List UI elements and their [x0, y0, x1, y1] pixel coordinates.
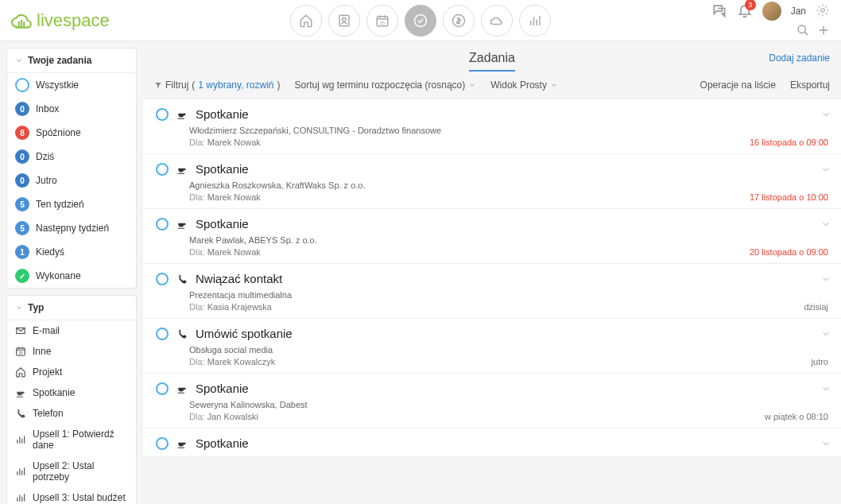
task-complete-checkbox[interactable] [156, 437, 169, 450]
cal-icon [15, 346, 26, 357]
export-button[interactable]: Eksportuj [790, 79, 830, 91]
main: Zadania Dodaj zadanie Filtruj (1 wybrany… [143, 41, 841, 504]
plus-icon [817, 24, 830, 37]
topbar-right: 3 Jan [711, 2, 830, 39]
add-task-link[interactable]: Dodaj zadanie [769, 52, 830, 64]
filter-icon [154, 81, 162, 89]
settings-button[interactable] [816, 3, 830, 20]
chevron-down-icon [820, 383, 831, 394]
sidebar-type-header[interactable]: Typ [7, 296, 136, 320]
sidebar-type-item[interactable]: Upsell 2: Ustal potrzeby [7, 456, 136, 487]
phone-icon [176, 328, 188, 339]
task-complete-checkbox[interactable] [156, 108, 169, 121]
sidebar-type-label: Projekt [33, 366, 62, 378]
nav-home[interactable] [290, 5, 322, 37]
sidebar-type-item[interactable]: Spotkanie [7, 382, 136, 403]
task-expand[interactable] [820, 109, 831, 122]
sidebar-item[interactable]: 0Jutro [7, 169, 136, 192]
chat-button[interactable] [711, 2, 727, 21]
task-expand[interactable] [820, 273, 831, 287]
sidebar-item[interactable]: 8Spóźnione [7, 121, 136, 145]
view-dropdown[interactable]: Widok Prosty [490, 79, 558, 91]
task-expand[interactable] [820, 164, 831, 177]
sort-dropdown[interactable]: Sortuj wg terminu rozpoczęcia (rosnąco) [295, 79, 477, 91]
sidebar-type-title: Typ [28, 302, 44, 313]
task-row[interactable]: SpotkanieAgnieszka Roszkowska, KraftWaks… [143, 153, 841, 208]
phone-icon [176, 273, 188, 285]
task-row[interactable]: Umówić spotkanieObsługa social mediaDla:… [143, 318, 841, 373]
search-button[interactable] [796, 24, 809, 39]
task-expand[interactable] [820, 219, 831, 232]
sidebar-tasks-title: Twoje zadania [28, 55, 91, 66]
sidebar-tasks-header[interactable]: Twoje zadania [7, 48, 136, 73]
filter-dropdown[interactable]: Filtruj (1 wybrany, rozwiń) [154, 79, 281, 91]
add-button[interactable] [817, 24, 830, 39]
task-row[interactable]: Nwiązać kontaktPrezentacja multimedialna… [143, 263, 841, 318]
nav-reports[interactable] [519, 5, 551, 37]
avatar[interactable] [762, 2, 781, 21]
sidebar-type-item[interactable]: Upsell 3: Ustal budżet [7, 487, 136, 504]
notifications-button[interactable]: 3 [737, 2, 753, 21]
sidebar-item[interactable]: 1Kiedyś [7, 240, 136, 264]
nav-finance[interactable] [443, 5, 475, 37]
sidebar-item[interactable]: 5Następny tydzień [7, 216, 136, 240]
task-complete-checkbox[interactable] [156, 163, 169, 176]
task-title: Spotkanie [196, 436, 249, 450]
sidebar-item-label: Ten tydzień [36, 199, 84, 210]
nav-cloud[interactable] [481, 5, 513, 37]
task-date: w piątek o 08:10 [765, 412, 828, 421]
sidebar-type-label: Upsell 1: Potwierdź dane [33, 428, 128, 451]
contact-icon [337, 14, 351, 28]
task-subtitle: Prezentacja multimedialna [189, 290, 828, 300]
task-complete-checkbox[interactable] [156, 382, 169, 395]
task-row[interactable]: Spotkanie [143, 428, 841, 457]
bars-icon [15, 434, 26, 445]
chevron-down-icon [820, 164, 831, 175]
task-row[interactable]: SpotkanieMarek Pawlak, ABEYS Sp. z o.o.D… [143, 208, 841, 263]
nav-tasks[interactable] [405, 5, 436, 37]
list-operations[interactable]: Operacje na liście [700, 79, 776, 91]
sidebar-type-item[interactable]: E-mail [7, 320, 136, 341]
count-badge: 0 [15, 102, 29, 116]
task-subtitle: Włodzimierz Szczepański, CONSULTING - Do… [189, 126, 828, 135]
search-icon [796, 24, 809, 37]
chevron-down-icon [820, 273, 831, 285]
task-row[interactable]: SpotkanieSeweryna Kalinowska, DabestDla:… [143, 373, 841, 428]
sidebar-item[interactable]: 5Ten tydzień [7, 192, 136, 216]
task-subtitle: Marek Pawlak, ABEYS Sp. z o.o. [189, 235, 828, 245]
task-expand[interactable] [820, 438, 831, 452]
task-complete-checkbox[interactable] [156, 328, 169, 340]
task-assignee: Dla: Marek Nowak [189, 138, 828, 147]
sidebar-type-item[interactable]: Upsell 1: Potwierdź dane [7, 424, 136, 456]
home-icon [15, 366, 26, 378]
cup-icon [176, 109, 188, 120]
nav-calendar[interactable] [366, 5, 398, 37]
sidebar-type-label: Upsell 3: Ustal budżet [33, 492, 126, 503]
task-date: 20 listopada o 09:00 [750, 247, 828, 257]
task-subtitle: Agnieszka Roszkowska, KraftWaks Sp. z o.… [189, 180, 828, 190]
bars-icon [15, 492, 26, 503]
sidebar-item-label: Następny tydzień [36, 223, 109, 234]
task-complete-checkbox[interactable] [156, 218, 169, 231]
task-date: dzisiaj [804, 302, 828, 312]
sidebar-type-item[interactable]: Inne [7, 341, 136, 362]
task-row[interactable]: SpotkanieWłodzimierz Szczepański, CONSUL… [143, 99, 841, 153]
page-title[interactable]: Zadania [469, 51, 515, 72]
task-expand[interactable] [820, 328, 831, 342]
logo[interactable]: livespace [11, 10, 110, 31]
cup-icon [176, 164, 188, 175]
sidebar-type-item[interactable]: Telefon [7, 403, 136, 424]
sidebar-item[interactable]: ✓Wykonane [7, 264, 136, 288]
task-expand[interactable] [820, 383, 831, 397]
sidebar-type-item[interactable]: Projekt [7, 362, 136, 382]
task-complete-checkbox[interactable] [156, 273, 169, 285]
calendar-icon [375, 14, 389, 28]
task-assignee: Dla: Marek Nowak [189, 192, 828, 202]
sidebar-item[interactable]: 0Dziś [7, 145, 136, 169]
phone-icon [15, 408, 26, 419]
sidebar-type-label: Telefon [33, 408, 64, 419]
cup-icon [176, 219, 188, 230]
sidebar-item[interactable]: 0Inbox [7, 97, 136, 121]
nav-contacts[interactable] [328, 5, 360, 37]
sidebar-item[interactable]: Wszystkie [7, 73, 136, 97]
